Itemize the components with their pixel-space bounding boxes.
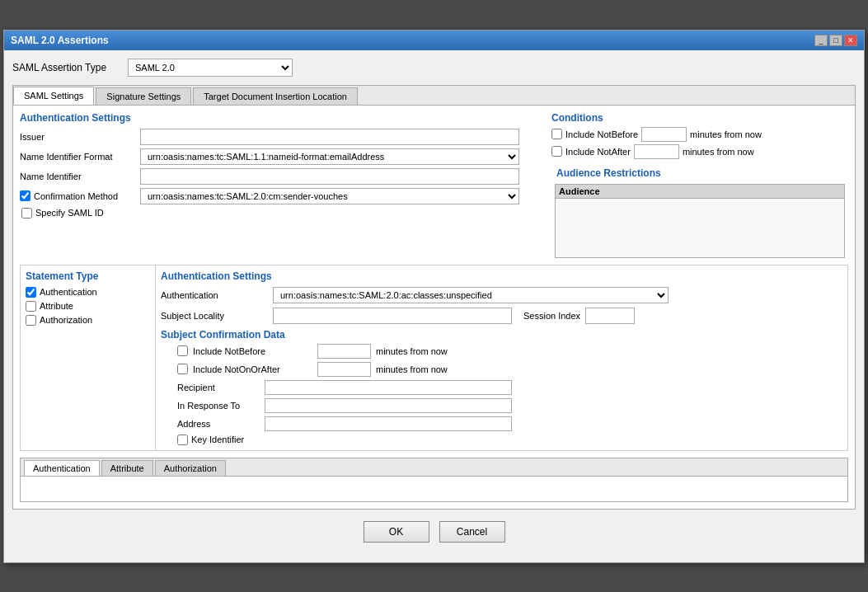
assertion-type-select[interactable]: SAML 2.0 [128, 59, 293, 77]
assertion-type-label: SAML Assertion Type [12, 62, 120, 73]
minimize-button[interactable]: _ [814, 35, 828, 46]
authentication-dropdown[interactable]: urn:oasis:names:tc:SAML:2.0:ac:classes:u… [273, 287, 669, 303]
include-not-after-input[interactable] [634, 144, 679, 159]
confirmation-method-label: Confirmation Method [34, 191, 118, 201]
include-not-before-checkbox[interactable] [551, 129, 562, 139]
bottom-tab-authentication[interactable]: Authentication [24, 460, 100, 476]
in-response-to-label: In Response To [177, 401, 260, 411]
scd-not-before-input[interactable] [317, 344, 371, 359]
tab-signature-settings[interactable]: Signature Settings [96, 87, 191, 105]
maximize-button[interactable]: □ [829, 35, 842, 46]
session-index-label: Session Index [523, 311, 580, 321]
bottom-tab-authorization[interactable]: Authorization [155, 460, 226, 476]
scd-not-on-or-after-label: Include NotOnOrAfter [193, 364, 312, 374]
include-not-after-suffix: minutes from now [683, 147, 754, 157]
main-tab-bar: SAML Settings Signature Settings Target … [13, 86, 855, 106]
in-response-to-input[interactable] [265, 398, 512, 413]
confirmation-method-checkbox[interactable] [20, 190, 30, 201]
include-not-before-label: Include NotBefore [565, 129, 638, 139]
auth-settings-panel-title: Authentication Settings [161, 270, 842, 282]
bottom-tabs-section: Authentication Attribute Authorization [20, 458, 848, 502]
scd-not-before-label: Include NotBefore [193, 346, 312, 356]
ok-button[interactable]: OK [364, 521, 429, 543]
name-id-input[interactable] [140, 168, 519, 185]
authorization-checkbox[interactable] [26, 315, 36, 326]
scd-not-before-suffix: minutes from now [376, 346, 448, 356]
cancel-button[interactable]: Cancel [439, 521, 505, 543]
lower-section: Statement Type Authentication Attribute … [20, 265, 848, 451]
close-button[interactable]: ✕ [844, 35, 857, 46]
specify-saml-id-label: Specify SAML ID [35, 208, 104, 218]
subject-locality-input[interactable] [273, 308, 512, 324]
address-label: Address [177, 419, 260, 429]
main-area: Authentication Settings Issuer Name Iden… [20, 112, 848, 261]
right-panel: Conditions Include NotBefore minutes fro… [551, 112, 848, 261]
saml-settings-content: Authentication Settings Issuer Name Iden… [13, 106, 855, 509]
scd-not-before-checkbox[interactable] [177, 345, 188, 356]
bottom-tab-content [21, 477, 847, 501]
address-input[interactable] [265, 416, 512, 431]
subject-locality-row: Subject Locality Session Index [161, 308, 842, 324]
assertion-type-row: SAML Assertion Type SAML 2.0 [12, 59, 856, 77]
authentication-form-row: Authentication urn:oasis:names:tc:SAML:2… [161, 287, 842, 303]
authentication-checkbox[interactable] [26, 287, 36, 298]
authentication-label: Authentication [40, 287, 97, 297]
name-id-format-label: Name Identifier Format [20, 152, 135, 162]
attribute-checkbox[interactable] [26, 301, 36, 312]
authentication-form-label: Authentication [161, 290, 268, 300]
conditions-title: Conditions [551, 112, 848, 124]
subject-locality-label: Subject Locality [161, 311, 268, 321]
scd-not-on-or-after-suffix: minutes from now [376, 364, 448, 374]
auth-settings-title: Authentication Settings [20, 112, 545, 124]
include-not-before-input[interactable] [641, 127, 687, 142]
scd-not-on-or-after-input[interactable] [317, 362, 371, 377]
recipient-input[interactable] [265, 380, 512, 395]
audience-list[interactable]: Audience [555, 184, 845, 258]
key-identifier-checkbox[interactable] [177, 435, 188, 445]
include-not-before-suffix: minutes from now [690, 129, 762, 139]
dialog-buttons: OK Cancel [12, 510, 856, 554]
titlebar: SAML 2.0 Assertions _ □ ✕ [4, 31, 864, 50]
window-controls: _ □ ✕ [814, 35, 857, 46]
auth-settings-panel: Authentication Settings Authentication u… [156, 265, 848, 451]
specify-saml-id-checkbox[interactable] [21, 208, 32, 218]
left-panel: Authentication Settings Issuer Name Iden… [20, 112, 545, 261]
statement-type-title: Statement Type [26, 270, 150, 282]
audience-header: Audience [556, 185, 844, 199]
include-not-before-row: Include NotBefore minutes from now [551, 127, 848, 142]
name-id-label: Name Identifier [20, 171, 135, 181]
subject-confirmation-title: Subject Confirmation Data [161, 329, 842, 341]
scd-not-on-or-after-checkbox[interactable] [177, 364, 188, 374]
bottom-tab-bar: Authentication Attribute Authorization [21, 458, 847, 477]
tab-saml-settings[interactable]: SAML Settings [13, 87, 94, 105]
recipient-label: Recipient [177, 383, 260, 392]
session-index-input[interactable] [585, 308, 635, 324]
statement-type-panel: Statement Type Authentication Attribute … [20, 265, 156, 451]
include-not-after-label: Include NotAfter [565, 147, 631, 157]
key-identifier-label: Key Identifier [191, 435, 244, 444]
issuer-label: Issuer [20, 132, 135, 142]
audience-restrictions-title: Audience Restrictions [551, 164, 848, 181]
include-not-after-row: Include NotAfter minutes from now [551, 144, 848, 159]
window-title: SAML 2.0 Assertions [11, 35, 109, 46]
bottom-tab-attribute[interactable]: Attribute [101, 460, 153, 476]
authorization-label: Authorization [40, 315, 92, 325]
main-tabs-container: SAML Settings Signature Settings Target … [12, 85, 856, 510]
confirmation-method-select[interactable]: urn:oasis:names:tc:SAML:2.0:cm:sender-vo… [140, 188, 519, 204]
window-content: SAML Assertion Type SAML 2.0 SAML Settin… [4, 50, 864, 562]
name-id-format-select[interactable]: urn:oasis:names:tc:SAML:1.1:nameid-forma… [140, 148, 519, 165]
attribute-label: Attribute [40, 301, 73, 311]
main-window: SAML 2.0 Assertions _ □ ✕ SAML Assertion… [3, 30, 865, 563]
tab-target-document[interactable]: Target Document Insertion Location [193, 87, 358, 105]
issuer-input[interactable] [140, 129, 519, 145]
include-not-after-checkbox[interactable] [551, 146, 562, 157]
